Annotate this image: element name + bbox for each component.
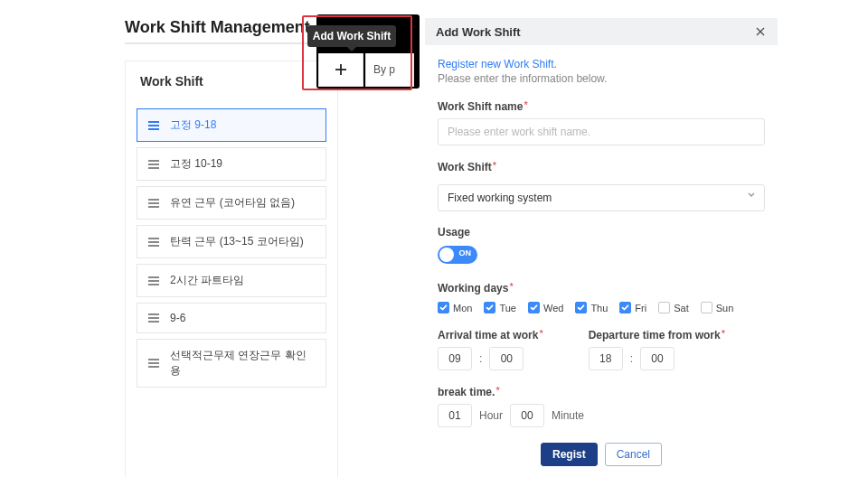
work-shift-item-label: 유연 근무 (코어타임 없음)	[170, 195, 295, 210]
working-day-label: Sat	[674, 303, 689, 313]
arrival-time-label: Arrival time at work	[438, 329, 538, 341]
working-day-label: Tue	[499, 303, 516, 313]
checkbox-icon	[575, 302, 587, 313]
working-day-option[interactable]: Sun	[701, 302, 734, 313]
required-mark: *	[509, 281, 513, 292]
required-mark: *	[539, 328, 542, 339]
work-shift-list-item[interactable]: 9-6	[137, 303, 326, 333]
drag-handle-icon	[146, 237, 161, 248]
break-minute-input[interactable]	[510, 404, 544, 427]
working-day-label: Mon	[453, 303, 472, 313]
checkbox-icon	[528, 302, 540, 313]
checkbox-icon	[438, 302, 449, 313]
work-shift-item-label: 고정 9-18	[170, 117, 216, 133]
close-icon	[755, 26, 766, 37]
departure-minute-input[interactable]	[640, 347, 675, 370]
work-shift-list-item[interactable]: 선택적근무제 연장근무 확인용	[137, 339, 326, 388]
required-mark: *	[722, 328, 725, 339]
minute-word: Minute	[552, 409, 584, 422]
checkbox-icon	[658, 302, 670, 313]
work-shift-type-label: Work Shift	[438, 161, 492, 173]
work-shift-list-card: Work Shift 고정 9-18고정 10-19유연 근무 (코어타임 없음…	[125, 61, 338, 477]
time-colon: :	[479, 352, 482, 365]
working-day-option[interactable]: Fri	[619, 302, 646, 313]
working-day-label: Fri	[635, 303, 646, 313]
working-day-label: Wed	[543, 303, 563, 313]
working-day-option[interactable]: Sat	[658, 302, 689, 313]
hour-word: Hour	[479, 409, 503, 422]
work-shift-name-label: Work Shift name	[438, 100, 523, 113]
checkbox-icon	[484, 302, 495, 313]
working-day-option[interactable]: Thu	[575, 302, 608, 313]
departure-hour-input[interactable]	[589, 347, 623, 370]
departure-time-label: Departure time from work	[589, 329, 721, 341]
usage-toggle[interactable]: ON	[438, 246, 477, 264]
add-work-shift-panel: Add Work Shift Register new Work Shift. …	[425, 18, 778, 470]
work-shift-item-label: 탄력 근무 (13~15 코어타임)	[170, 234, 304, 249]
panel-hint-link: Register new Work Shift.	[438, 58, 765, 70]
work-shift-item-label: 고정 10-19	[170, 156, 222, 172]
working-day-option[interactable]: Tue	[484, 302, 516, 313]
work-shift-item-label: 선택적근무제 연장근무 확인용	[170, 348, 316, 379]
work-shift-name-input[interactable]	[438, 118, 765, 145]
panel-close-button[interactable]	[752, 23, 769, 40]
toggle-knob	[439, 248, 454, 262]
panel-title: Add Work Shift	[436, 25, 521, 39]
panel-hint-sub: Please enter the information below.	[438, 72, 765, 85]
work-shift-type-select[interactable]	[438, 184, 765, 211]
time-colon: :	[630, 352, 633, 365]
work-shift-list-item[interactable]: 유연 근무 (코어타임 없음)	[137, 186, 326, 220]
working-day-label: Sun	[716, 303, 734, 313]
work-shift-item-label: 2시간 파트타임	[170, 273, 244, 288]
break-hour-input[interactable]	[438, 404, 472, 427]
working-day-option[interactable]: Wed	[528, 302, 563, 313]
annotation-highlight	[302, 15, 412, 90]
checkbox-icon	[619, 302, 631, 313]
break-time-label: break time.	[438, 386, 495, 398]
drag-handle-icon	[146, 276, 161, 286]
work-shift-list-item[interactable]: 고정 9-18	[137, 108, 326, 142]
work-shift-list-item[interactable]: 2시간 파트타임	[137, 264, 326, 297]
usage-label: Usage	[438, 226, 765, 238]
drag-handle-icon	[146, 313, 161, 323]
regist-button[interactable]: Regist	[541, 443, 598, 466]
required-mark: *	[524, 99, 527, 110]
arrival-hour-input[interactable]	[438, 347, 472, 370]
work-shift-list-item[interactable]: 고정 10-19	[137, 147, 326, 181]
work-shift-list-item[interactable]: 탄력 근무 (13~15 코어타임)	[137, 225, 326, 258]
working-days-label: Working days	[438, 282, 508, 295]
required-mark: *	[495, 385, 499, 396]
drag-handle-icon	[146, 358, 161, 369]
drag-handle-icon	[146, 120, 161, 131]
working-day-label: Thu	[590, 303, 608, 313]
checkbox-icon	[701, 302, 712, 313]
drag-handle-icon	[146, 159, 161, 170]
arrival-minute-input[interactable]	[489, 347, 524, 370]
toggle-on-label: ON	[459, 248, 472, 257]
required-mark: *	[493, 160, 496, 171]
cancel-button[interactable]: Cancel	[605, 443, 662, 466]
working-day-option[interactable]: Mon	[438, 302, 472, 313]
drag-handle-icon	[146, 198, 161, 209]
work-shift-item-label: 9-6	[170, 312, 185, 324]
